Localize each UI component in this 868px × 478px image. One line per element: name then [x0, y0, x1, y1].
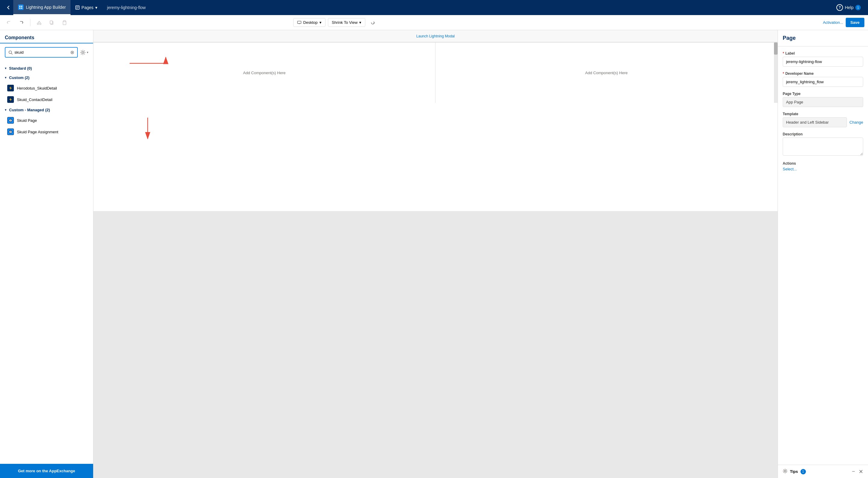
help-circle-icon: ? [836, 4, 843, 11]
label-field-label: * Label [783, 51, 863, 56]
actions-label: Actions [783, 161, 863, 166]
page-type-field-group: Page Type [783, 92, 863, 107]
list-item[interactable]: Skuid Page [0, 115, 93, 126]
component-name-4: Skuid Page Assignment [17, 130, 58, 134]
nav-right-area: ? Help 1 [833, 4, 864, 11]
help-button[interactable]: ? Help 1 [833, 4, 864, 11]
description-textarea[interactable] [783, 138, 863, 156]
paste-button[interactable] [59, 18, 70, 27]
search-clear-icon[interactable]: ⊗ [70, 50, 74, 55]
custom-chevron-icon: ▾ [5, 76, 7, 80]
right-panel-body: * Label * Developer Name Page Type Templ… [778, 47, 868, 465]
standard-chevron-icon: ▾ [5, 66, 7, 70]
change-template-button[interactable]: Change [849, 120, 863, 124]
tips-badge: 1 [801, 469, 806, 474]
toolbar-divider-1 [30, 19, 30, 26]
tips-minimize-button[interactable]: − [852, 468, 855, 475]
svg-line-12 [39, 21, 40, 23]
save-button[interactable]: Save [846, 18, 864, 27]
page-type-field-label: Page Type [783, 92, 863, 96]
pages-tab[interactable]: Pages ▾ [70, 0, 102, 15]
refresh-button[interactable] [368, 18, 378, 27]
component-name-3: Skuid Page [17, 118, 37, 123]
canvas-column-1[interactable]: Add Component(s) Here [93, 42, 435, 103]
developer-name-required-star: * [783, 71, 784, 76]
app-builder-tab-label: Lightning App Builder [26, 5, 66, 10]
page-type-input [783, 97, 863, 107]
select-actions-link[interactable]: Select... [783, 167, 797, 171]
activation-button[interactable]: Activation... [823, 20, 843, 25]
custom-managed-section-title: Custom - Managed (2) [9, 108, 50, 112]
settings-chevron-icon: ▾ [87, 51, 88, 54]
skuid-icon-2 [7, 128, 14, 135]
svg-rect-14 [50, 21, 53, 24]
canvas-area[interactable]: Launch Lightning Modal Add Component(s) … [93, 30, 778, 478]
pages-tab-label: Pages [82, 5, 93, 10]
lightning-app-builder-tab[interactable]: Lightning App Builder [13, 0, 70, 15]
pages-chevron-icon: ▾ [95, 5, 97, 10]
left-panel: Components ⊗ ▾ ▾ Standard (0) ▾ Custom [0, 30, 93, 478]
add-component-text-1: Add Component(s) Here [243, 70, 286, 75]
developer-name-field-label: * Developer Name [783, 71, 863, 76]
panel-header: Components [0, 30, 93, 43]
list-item[interactable]: Skuid_ContactDetail [0, 94, 93, 105]
device-selector[interactable]: Desktop ▾ [293, 18, 326, 27]
template-row: Change [783, 117, 863, 127]
copy-button[interactable] [47, 18, 57, 27]
back-button[interactable] [4, 3, 13, 12]
label-input[interactable] [783, 57, 863, 67]
app-builder-icon [18, 4, 24, 10]
tips-bar: Tips 1 − ✕ [778, 465, 868, 478]
canvas-scrollbar[interactable] [774, 42, 778, 103]
svg-point-29 [784, 470, 786, 472]
standard-section-header[interactable]: ▾ Standard (0) [0, 64, 93, 73]
custom-section-header[interactable]: ▾ Custom (2) [0, 73, 93, 82]
undo-button[interactable] [4, 18, 14, 27]
skuid-icon-1 [7, 117, 14, 124]
template-field-group: Template Change [783, 112, 863, 127]
launch-modal-link[interactable]: Launch Lightning Modal [416, 34, 455, 38]
lightning-icon-1 [7, 85, 14, 91]
toolbar: Desktop ▾ Shrink To View ▾ Activation...… [0, 15, 868, 30]
search-input[interactable] [14, 50, 68, 55]
top-nav: Lightning App Builder Pages ▾ jeremy-lig… [0, 0, 868, 15]
search-settings-button[interactable]: ▾ [80, 50, 88, 55]
tips-close-button[interactable]: ✕ [859, 468, 863, 475]
right-panel: Page * Label * Developer Name Page Type [778, 30, 868, 478]
search-icon [8, 50, 13, 55]
right-panel-title: Page [783, 35, 796, 41]
canvas-column-2[interactable]: Add Component(s) Here [435, 42, 778, 103]
list-item[interactable]: Skuid Page Assignment [0, 126, 93, 138]
developer-name-field-group: * Developer Name [783, 71, 863, 87]
custom-managed-section-header[interactable]: ▾ Custom - Managed (2) [0, 105, 93, 115]
help-label: Help [845, 5, 854, 10]
view-chevron-icon: ▾ [359, 20, 361, 25]
toolbar-right: Activation... Save [823, 18, 864, 27]
cut-button[interactable] [34, 18, 44, 27]
redo-button[interactable] [16, 18, 27, 27]
right-panel-header: Page [778, 30, 868, 47]
appexchange-button[interactable]: Get more on the AppExchange [0, 464, 93, 478]
label-field-group: * Label [783, 51, 863, 67]
canvas-scroll-thumb [774, 42, 778, 55]
lightning-icon-2 [7, 96, 14, 103]
svg-line-11 [38, 21, 39, 23]
view-selector[interactable]: Shrink To View ▾ [328, 18, 366, 27]
svg-rect-1 [19, 6, 21, 7]
main-area: Components ⊗ ▾ ▾ Standard (0) ▾ Custom [0, 30, 868, 478]
custom-managed-chevron-icon: ▾ [5, 108, 7, 112]
standard-section-title: Standard (0) [9, 66, 32, 70]
developer-name-input[interactable] [783, 77, 863, 87]
view-label: Shrink To View [332, 20, 358, 25]
panel-title: Components [5, 35, 34, 40]
search-input-wrap: ⊗ [5, 47, 78, 58]
component-name-2: Skuid_ContactDetail [17, 97, 53, 102]
page-name-label: jeremy-lightning-flow [102, 5, 150, 10]
svg-point-10 [40, 23, 41, 24]
list-item[interactable]: Herodotus_SkuidDetail [0, 82, 93, 94]
toolbar-center: Desktop ▾ Shrink To View ▾ [293, 18, 378, 27]
tips-gear-icon [783, 469, 787, 475]
description-field-group: Description [783, 132, 863, 156]
device-label: Desktop [303, 20, 318, 25]
custom-section-title: Custom (2) [9, 76, 30, 80]
